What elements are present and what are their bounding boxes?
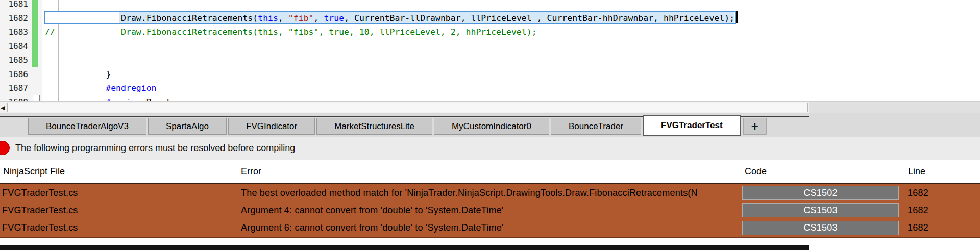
line-number: 1686 (0, 67, 28, 82)
column-header-error[interactable]: Error (235, 160, 739, 183)
thumb-grip (10, 105, 10, 110)
error-code-badge: CS1503 (742, 203, 899, 217)
column-header-code[interactable]: Code (739, 160, 902, 183)
code-editor[interactable]: 16811682168316841685168616871688 − Draw.… (0, 0, 980, 101)
tab-bar: BounceTraderAlgoV3SpartaAlgoFVGIndicator… (0, 113, 980, 137)
error-row-message-cell[interactable]: Argument 4: cannot convert from 'double'… (235, 202, 739, 219)
tab-fvgindicator[interactable]: FVGIndicator (228, 118, 315, 135)
line-number: 1687 (0, 81, 28, 95)
code-line[interactable] (45, 0, 734, 11)
error-row-message-cell[interactable]: Argument 6: cannot convert from 'double'… (235, 219, 739, 237)
window-bottom-edge (0, 245, 809, 250)
line-number: 1681 (0, 0, 28, 11)
error-row-line-cell[interactable]: 1682 (902, 219, 980, 237)
line-numbers: 16811682168316841685168616871688 (0, 0, 28, 101)
error-row-file-cell[interactable]: FVGTraderTest.cs (0, 219, 235, 237)
line-number: 1685 (0, 53, 28, 67)
thumb-grip (12, 105, 12, 110)
line-number: 1683 (0, 25, 28, 39)
error-row-file-cell[interactable]: FVGTraderTest.cs (0, 184, 235, 202)
code-line[interactable] (45, 53, 734, 67)
error-table: NinjaScript File Error Code Line FVGTrad… (0, 160, 980, 238)
error-row-file-cell[interactable]: FVGTraderTest.cs (0, 202, 235, 219)
tab-bouncetraderalgov3[interactable]: BounceTraderAlgoV3 (28, 118, 146, 135)
code-line[interactable]: } (45, 67, 734, 82)
tab-fvgtradertest[interactable]: FVGTraderTest (643, 115, 741, 136)
code-line[interactable]: #region Breakeven (45, 95, 734, 102)
error-row-message-cell[interactable]: The best overloaded method match for 'Ni… (235, 184, 739, 202)
text-caret (736, 11, 738, 23)
line-number: 1684 (0, 39, 28, 54)
tab-bouncetrader[interactable]: BounceTrader (551, 118, 641, 135)
column-header-line[interactable]: Line (902, 160, 980, 183)
tab-spartaalgo[interactable]: SpartaAlgo (148, 118, 227, 135)
error-row-code-cell[interactable]: CS1503 (739, 219, 902, 237)
horizontal-scrollbar[interactable]: ◀ (0, 101, 980, 113)
error-row-line-cell[interactable]: 1682 (902, 184, 980, 202)
changed-lines-bar (32, 0, 38, 67)
code-line[interactable]: // Draw.FibonacciRetracements(this, "fib… (45, 25, 734, 39)
tab-mycustomindicator0[interactable]: MyCustomIndicator0 (434, 118, 549, 135)
add-tab-button[interactable]: + (743, 118, 767, 135)
line-number: 1682 (0, 11, 28, 26)
error-banner: The following programming errors must be… (0, 137, 980, 160)
collapse-region-icon[interactable]: − (33, 95, 40, 101)
error-banner-message: The following programming errors must be… (15, 137, 295, 160)
code-line[interactable] (45, 39, 734, 54)
error-status-icon (0, 141, 10, 155)
error-table-body: FVGTraderTest.csThe best overloaded meth… (0, 184, 980, 238)
code-text: Draw.FibonacciRetracements(this, "fib", … (45, 0, 734, 101)
error-row-line-cell[interactable]: 1682 (902, 202, 980, 219)
thumb-grip (14, 105, 14, 110)
ninjascript-editor-window: 16811682168316841685168616871688 − Draw.… (0, 0, 980, 250)
scrollbar-thumb[interactable] (7, 103, 808, 112)
tab-marketstructureslite[interactable]: MarketStructuresLite (316, 118, 432, 135)
code-line[interactable]: #endregion (45, 81, 734, 95)
line-number: 1688 (0, 95, 28, 102)
error-table-header: NinjaScript File Error Code Line (0, 160, 980, 184)
error-code-badge: CS1502 (742, 186, 899, 200)
error-code-badge: CS1503 (742, 221, 899, 235)
error-row-code-cell[interactable]: CS1502 (739, 184, 902, 202)
error-row-code-cell[interactable]: CS1503 (739, 202, 902, 219)
code-line-selected[interactable]: Draw.FibonacciRetracements(this, "fib", … (45, 11, 734, 26)
column-header-file[interactable]: NinjaScript File (0, 160, 235, 183)
scroll-left-arrow-icon[interactable]: ◀ (1, 104, 7, 111)
